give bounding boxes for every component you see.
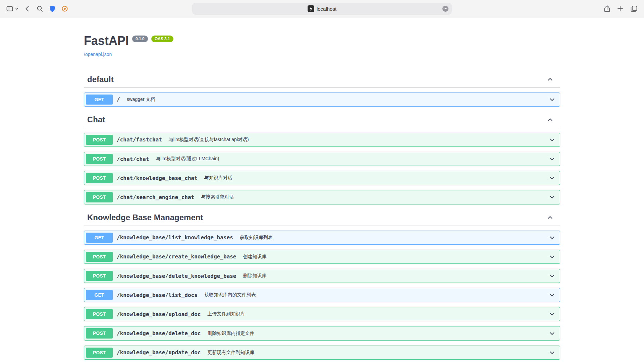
chevron-down-icon[interactable] — [15, 7, 19, 11]
operation-description: 与搜索引擎对话 — [198, 194, 549, 200]
tab-overview-icon[interactable] — [630, 5, 638, 12]
chevron-down-icon[interactable] — [549, 311, 558, 317]
chevron-down-icon[interactable] — [549, 194, 558, 200]
api-sections: default GET / swagger 文档 Chat POST /chat… — [84, 71, 560, 362]
tag-section: Chat POST /chat/fastchat 与llm模型对话(直接与fas… — [84, 112, 560, 204]
tag-header[interactable]: default — [84, 71, 560, 88]
operation-method-badge: POST — [86, 192, 113, 202]
operation-description: 获取知识库内的文件列表 — [201, 292, 549, 298]
back-icon[interactable] — [24, 5, 31, 12]
chevron-up-icon[interactable] — [547, 214, 553, 221]
operation-row[interactable]: GET /knowledge_base/list_docs 获取知识库内的文件列… — [84, 288, 560, 302]
operation-method-badge: GET — [86, 95, 113, 105]
operation-method-badge: POST — [86, 271, 113, 281]
operation-row[interactable]: POST /knowledge_base/delete_doc 删除知识库内指定… — [84, 326, 560, 340]
section-title: Knowledge Base Management — [87, 213, 203, 222]
chevron-down-icon[interactable] — [549, 175, 558, 181]
tag-section: Knowledge Base Management GET /knowledge… — [84, 209, 560, 362]
operation-path: /chat/knowledge_base_chat — [113, 175, 201, 181]
operation-description: 与llm模型对话(直接与fastchat api对话) — [165, 137, 549, 143]
openapi-spec-link[interactable]: /openapi.json — [84, 52, 112, 57]
operation-row[interactable]: POST /chat/search_engine_chat 与搜索引擎对话 — [84, 190, 560, 204]
operation-row[interactable]: POST /chat/chat 与llm模型对话(通过LLMChain) — [84, 152, 560, 166]
operation-path: /knowledge_base/upload_doc — [113, 311, 204, 317]
operation-path: /knowledge_base/list_docs — [113, 292, 201, 298]
operation-path: /knowledge_base/list_knowledge_bases — [113, 234, 236, 241]
operation-description: 获取知识库列表 — [236, 235, 549, 241]
api-info: FastAPI 0.1.0 OAS 3.1 /openapi.json — [84, 34, 560, 57]
operation-list: POST /chat/fastchat 与llm模型对话(直接与fastchat… — [84, 133, 560, 204]
target-extension-icon[interactable] — [61, 5, 68, 12]
operation-path: /knowledge_base/update_doc — [113, 349, 204, 356]
chevron-down-icon[interactable] — [549, 156, 558, 162]
operation-path: /chat/search_engine_chat — [113, 194, 198, 200]
chevron-down-icon[interactable] — [549, 253, 558, 260]
chevron-down-icon[interactable] — [549, 292, 558, 298]
operation-row[interactable]: POST /chat/fastchat 与llm模型对话(直接与fastchat… — [84, 133, 560, 147]
tag-header[interactable]: Chat — [84, 112, 560, 128]
chevron-down-icon[interactable] — [549, 136, 558, 143]
operation-path: / — [113, 96, 123, 103]
chevron-up-icon[interactable] — [547, 76, 553, 83]
operation-method-badge: GET — [86, 290, 113, 300]
operation-row[interactable]: POST /knowledge_base/upload_doc 上传文件到知识库 — [84, 307, 560, 321]
chevron-down-icon[interactable] — [549, 234, 558, 241]
operation-path: /chat/fastchat — [113, 136, 165, 143]
operation-path: /knowledge_base/create_knowledge_base — [113, 253, 239, 260]
share-icon[interactable] — [604, 5, 610, 13]
operation-method-badge: GET — [86, 233, 113, 243]
operation-row[interactable]: GET / swagger 文档 — [84, 93, 560, 107]
search-icon[interactable] — [36, 5, 44, 12]
page-title: FastAPI 0.1.0 OAS 3.1 — [84, 34, 560, 48]
section-title: default — [87, 75, 114, 84]
chevron-down-icon[interactable] — [549, 330, 558, 337]
tag-section: default GET / swagger 文档 — [84, 71, 560, 107]
oas-badge: OAS 3.1 — [151, 36, 173, 42]
operation-path: /knowledge_base/delete_knowledge_base — [113, 273, 239, 279]
operation-description: 上传文件到知识库 — [204, 311, 549, 317]
operation-description: swagger 文档 — [123, 97, 549, 103]
operation-description: 与知识库对话 — [201, 175, 549, 181]
chevron-down-icon[interactable] — [549, 96, 558, 103]
swagger-page: FastAPI 0.1.0 OAS 3.1 /openapi.json defa… — [0, 17, 644, 362]
operation-method-badge: POST — [86, 173, 113, 183]
chevron-down-icon[interactable] — [549, 349, 558, 356]
operation-description: 与llm模型对话(通过LLMChain) — [152, 156, 549, 162]
operation-method-badge: POST — [86, 348, 113, 358]
operation-method-badge: POST — [86, 309, 113, 319]
new-tab-icon[interactable] — [616, 5, 624, 12]
sidebar-icon[interactable] — [6, 5, 13, 12]
chevron-up-icon[interactable] — [547, 116, 553, 123]
operation-row[interactable]: POST /knowledge_base/update_doc 更新现有文件到知… — [84, 346, 560, 360]
operation-method-badge: POST — [86, 135, 113, 145]
operation-list: GET / swagger 文档 — [84, 93, 560, 107]
operation-row[interactable]: GET /knowledge_base/list_knowledge_bases… — [84, 231, 560, 245]
api-title-text: FastAPI — [84, 34, 129, 48]
chevron-down-icon[interactable] — [549, 273, 558, 279]
url-text: localhost — [317, 6, 336, 12]
operation-method-badge: POST — [86, 154, 113, 164]
operation-description: 创建知识库 — [239, 254, 549, 260]
operation-description: 删除知识库内指定文件 — [204, 330, 549, 337]
operation-method-badge: POST — [86, 328, 113, 338]
address-bar[interactable]: localhost — [192, 3, 452, 15]
page-favicon — [308, 5, 314, 12]
operation-row[interactable]: POST /knowledge_base/delete_knowledge_ba… — [84, 269, 560, 283]
section-title: Chat — [87, 115, 105, 124]
operation-path: /knowledge_base/delete_doc — [113, 330, 204, 337]
operation-list: GET /knowledge_base/list_knowledge_bases… — [84, 231, 560, 362]
browser-toolbar: localhost — [0, 0, 644, 17]
operation-row[interactable]: POST /knowledge_base/create_knowledge_ba… — [84, 250, 560, 264]
operation-method-badge: POST — [86, 252, 113, 262]
operation-row[interactable]: POST /chat/knowledge_base_chat 与知识库对话 — [84, 171, 560, 185]
operation-description: 更新现有文件到知识库 — [204, 350, 549, 356]
browser-window: localhost FastAPI 0.1.0 OAS 3.1 — [0, 0, 644, 362]
operation-description: 删除知识库 — [239, 273, 549, 279]
version-badge: 0.1.0 — [132, 36, 148, 42]
shield-extension-icon[interactable] — [49, 5, 56, 12]
ellipsis-icon[interactable] — [442, 5, 449, 12]
tag-header[interactable]: Knowledge Base Management — [84, 209, 560, 226]
operation-path: /chat/chat — [113, 156, 152, 162]
